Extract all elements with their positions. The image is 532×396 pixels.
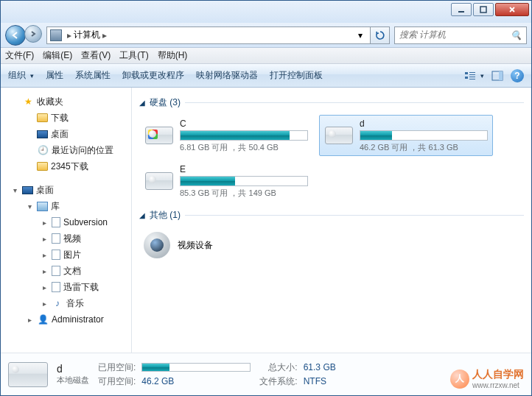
menu-help[interactable]: 帮助(H): [158, 49, 188, 62]
administrator-node[interactable]: ▸👤Administrator: [1, 311, 131, 328]
filesystem-value: NTFS: [304, 376, 336, 386]
minimize-button[interactable]: [451, 3, 472, 16]
view-mode-button[interactable]: [464, 71, 484, 81]
back-button[interactable]: [5, 25, 26, 46]
nav-bar: ▸ 计算机 ▸ ▾ 搜索 计算机 🔍: [1, 23, 531, 48]
details-pane: d 本地磁盘 已用空间: 可用空间: 46.2 GB 总大小: 61.3 GB …: [1, 353, 531, 395]
pane-icon: [491, 71, 503, 81]
total-size-value: 61.3 GB: [304, 362, 336, 372]
sidebar-item[interactable]: ▸文档: [1, 263, 131, 279]
sidebar-item[interactable]: ▸迅雷下载: [1, 279, 131, 295]
selected-drive-icon: [8, 362, 48, 387]
refresh-button[interactable]: [371, 26, 390, 44]
breadcrumb-root[interactable]: 计算机: [74, 29, 100, 41]
hdd-icon: [144, 166, 174, 196]
used-space-label: 已用空间:: [98, 361, 136, 374]
monitor-icon: [22, 186, 33, 194]
menu-edit[interactable]: 编辑(E): [43, 49, 72, 62]
sidebar-item-label: 2345下载: [51, 160, 88, 173]
watermark: 人 人人自学网 www.rrzxw.net: [450, 368, 524, 389]
svg-rect-3: [465, 77, 468, 79]
sidebar-item-label: 迅雷下载: [63, 281, 99, 294]
watermark-text: 人人自学网: [472, 368, 524, 380]
title-bar: [1, 1, 531, 23]
preview-pane-button[interactable]: [491, 71, 503, 81]
drive-info: 85.3 GB 可用 ，共 149 GB: [180, 188, 308, 199]
folder-icon: [37, 113, 48, 122]
svg-rect-6: [469, 77, 475, 77]
sidebar-item-label: 图片: [63, 249, 81, 261]
group-other[interactable]: ◢ 其他 (1): [139, 209, 524, 222]
sidebar-item[interactable]: ▸♪音乐: [1, 295, 131, 311]
search-placeholder: 搜索 计算机: [399, 29, 446, 41]
map-drive-button[interactable]: 映射网络驱动器: [196, 69, 258, 82]
view-icon: [464, 71, 476, 81]
watermark-url: www.rrzxw.net: [472, 381, 524, 389]
details-name: d: [57, 363, 89, 375]
menu-file[interactable]: 文件(F): [5, 49, 34, 62]
drive-info: 6.81 GB 可用 ，共 50.4 GB: [180, 142, 308, 153]
other-device-label: 视频设备: [178, 239, 213, 252]
favorites-node[interactable]: ★收藏夹: [1, 93, 131, 110]
address-bar[interactable]: ▸ 计算机 ▸ ▾: [46, 26, 371, 44]
maximize-button[interactable]: [473, 3, 494, 16]
system-properties-button[interactable]: 系统属性: [75, 69, 111, 82]
collapse-icon: ◢: [139, 99, 145, 107]
total-size-label: 总大小:: [259, 361, 297, 374]
sidebar-item[interactable]: 桌面: [1, 126, 131, 142]
forward-button[interactable]: [24, 25, 42, 43]
navigation-pane[interactable]: ★收藏夹 下载桌面🕘最近访问的位置2345下载 ▾桌面 ▾库 ▸Subversi…: [1, 88, 132, 353]
sidebar-item[interactable]: ▸视频: [1, 230, 131, 247]
note-icon: ♪: [52, 297, 63, 309]
hdd-icon: [324, 121, 354, 150]
sidebar-item[interactable]: 🕘最近访问的位置: [1, 142, 131, 158]
group-hdd[interactable]: ◢ 硬盘 (3): [139, 96, 524, 109]
organize-button[interactable]: 组织: [8, 69, 34, 82]
star-icon: ★: [22, 96, 34, 107]
menu-view[interactable]: 查看(V): [81, 49, 111, 62]
doc-icon: [52, 233, 60, 244]
drive-item[interactable]: C6.81 GB 可用 ，共 50.4 GB: [139, 115, 313, 156]
watermark-logo-icon: 人: [450, 370, 469, 389]
doc-icon: [52, 217, 60, 227]
sidebar-item-label: Subversion: [63, 217, 108, 227]
details-grid-2: 总大小: 61.3 GB 文件系统: NTFS: [259, 361, 335, 388]
address-dropdown-icon[interactable]: ▾: [354, 30, 367, 40]
sidebar-item[interactable]: 2345下载: [1, 158, 131, 174]
monitor-icon: [37, 130, 48, 138]
svg-rect-7: [469, 79, 475, 79]
content-pane[interactable]: ◢ 硬盘 (3) C6.81 GB 可用 ，共 50.4 GBd46.2 GB …: [132, 88, 531, 353]
used-space-bar: [141, 363, 251, 372]
control-panel-button[interactable]: 打开控制面板: [270, 69, 323, 82]
drive-usage-bar: [180, 130, 308, 141]
drive-info: 46.2 GB 可用 ，共 61.3 GB: [360, 142, 488, 153]
sidebar-item-label: 音乐: [66, 297, 84, 310]
libraries-node[interactable]: ▾库: [1, 198, 131, 214]
uninstall-button[interactable]: 卸载或更改程序: [122, 69, 184, 82]
help-button[interactable]: ?: [511, 69, 524, 82]
properties-button[interactable]: 属性: [46, 69, 63, 82]
drive-item[interactable]: E85.3 GB 可用 ，共 149 GB: [139, 160, 313, 202]
other-device[interactable]: 视频设备: [139, 227, 301, 263]
recent-icon: 🕘: [37, 144, 49, 156]
sidebar-item[interactable]: ▸图片: [1, 247, 131, 263]
webcam-icon: [144, 232, 170, 258]
group-title: 其他 (1): [150, 209, 181, 222]
close-button[interactable]: [495, 3, 529, 16]
sidebar-item[interactable]: ▸Subversion: [1, 214, 131, 230]
free-space-label: 可用空间:: [98, 375, 136, 388]
filesystem-label: 文件系统:: [259, 375, 297, 388]
menu-bar: 文件(F) 编辑(E) 查看(V) 工具(T) 帮助(H): [1, 48, 531, 64]
breadcrumb-sep-icon: ▸: [102, 30, 107, 40]
sidebar-item[interactable]: 下载: [1, 110, 131, 126]
svg-rect-9: [499, 71, 503, 80]
folder-icon: [37, 162, 48, 171]
explorer-window: ▸ 计算机 ▸ ▾ 搜索 计算机 🔍 文件(F) 编辑(E) 查看(V) 工具(…: [0, 0, 532, 396]
desktop-node[interactable]: ▾桌面: [1, 182, 131, 198]
menu-tools[interactable]: 工具(T): [119, 49, 148, 62]
search-input[interactable]: 搜索 计算机 🔍: [394, 26, 527, 44]
drive-label: C: [180, 119, 308, 129]
drive-item[interactable]: d46.2 GB 可用 ，共 61.3 GB: [319, 115, 493, 156]
window-buttons: [449, 3, 529, 16]
drive-label: d: [360, 119, 488, 129]
